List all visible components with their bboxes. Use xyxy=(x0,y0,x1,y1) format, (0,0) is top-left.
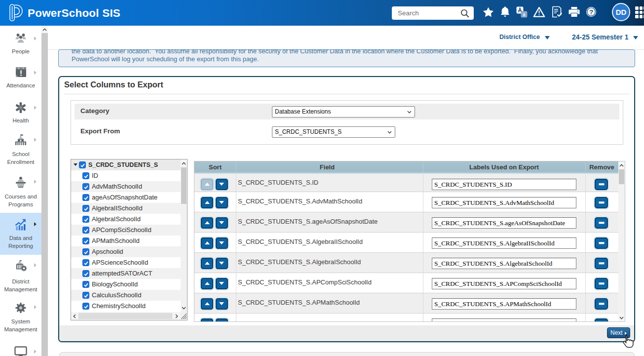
svg-text:x̄: x̄ xyxy=(523,12,525,17)
svg-text:?: ? xyxy=(589,8,593,16)
